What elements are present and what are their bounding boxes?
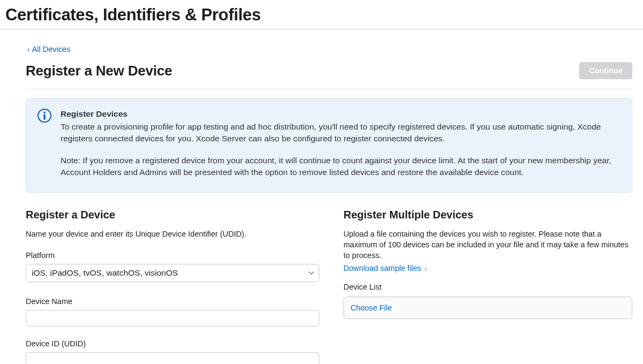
device-name-input[interactable] xyxy=(26,310,319,327)
page-title: Register a New Device xyxy=(26,63,172,79)
page-header-title: Certificates, Identifiers & Profiles xyxy=(5,5,638,25)
svg-rect-2 xyxy=(43,114,45,119)
choose-file-link[interactable]: Choose File xyxy=(350,304,392,312)
device-udid-label: Device ID (UDID) xyxy=(26,339,319,348)
info-paragraph-2: Note: If you remove a registered device … xyxy=(61,155,621,178)
content-area: ‹ All Devices Register a New Device Cont… xyxy=(0,29,638,364)
single-section-desc: Name your device and enter its Unique De… xyxy=(26,229,319,239)
title-row: Register a New Device Continue xyxy=(26,62,632,89)
device-udid-input[interactable] xyxy=(26,352,319,364)
svg-point-1 xyxy=(43,111,46,113)
device-list-label: Device List xyxy=(343,283,632,291)
multi-section-title: Register Multiple Devices xyxy=(343,209,632,221)
chevron-right-icon: › xyxy=(423,266,427,272)
download-sample-link[interactable]: Download sample files › xyxy=(343,264,427,272)
platform-select[interactable]: iOS, iPadOS, tvOS, watchOS, visionOS xyxy=(26,264,319,282)
header-bar: Certificates, Identifiers & Profiles xyxy=(0,0,643,29)
chevron-left-icon: ‹ xyxy=(27,45,30,54)
form-columns: Register a Device Name your device and e… xyxy=(26,209,632,364)
platform-select-value: iOS, iPadOS, tvOS, watchOS, visionOS xyxy=(32,268,178,278)
info-icon xyxy=(37,108,52,123)
device-list-file-box[interactable]: Choose File xyxy=(343,297,632,319)
back-link-label: All Devices xyxy=(32,45,71,54)
platform-label: Platform xyxy=(26,251,319,260)
back-to-devices-link[interactable]: ‹ All Devices xyxy=(27,45,70,54)
info-panel: Register Devices To create a provisionin… xyxy=(26,98,632,193)
info-title: Register Devices xyxy=(61,109,621,119)
device-name-label: Device Name xyxy=(26,297,319,306)
info-text: Register Devices To create a provisionin… xyxy=(61,109,621,178)
register-single-column: Register a Device Name your device and e… xyxy=(26,209,319,364)
single-section-title: Register a Device xyxy=(26,209,319,221)
info-paragraph-1: To create a provisioning profile for app… xyxy=(61,121,621,144)
continue-button[interactable]: Continue xyxy=(579,62,632,79)
multi-section-desc: Upload a file containing the devices you… xyxy=(343,229,632,261)
register-multiple-column: Register Multiple Devices Upload a file … xyxy=(333,209,632,364)
download-sample-label: Download sample files xyxy=(343,264,421,272)
